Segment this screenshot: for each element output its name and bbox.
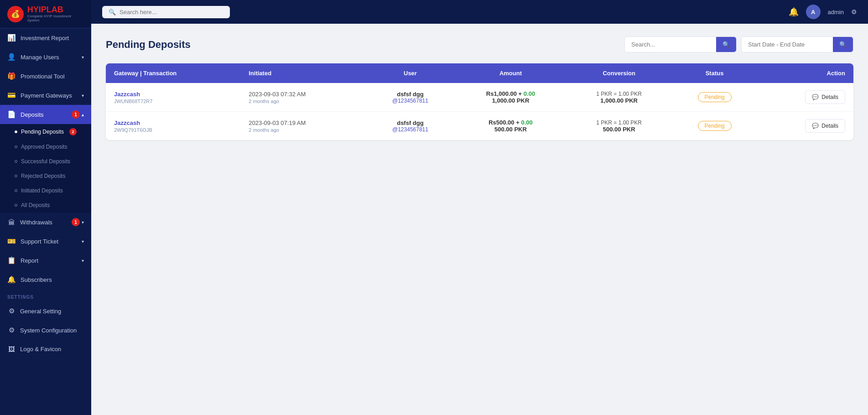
page-header: Pending Deposits 🔍 🔍 <box>106 36 853 52</box>
sidebar-item-deposits[interactable]: 📄 Deposits 1 ▴ <box>0 105 91 124</box>
sidebar-item-successful-deposits[interactable]: Successful Deposits <box>0 154 91 169</box>
withdrawals-badge: 1 <box>72 218 80 226</box>
rejected-deposits-label: Rejected Deposits <box>21 173 65 179</box>
details-button-1[interactable]: 💬 Details <box>805 90 845 104</box>
col-gateway-transaction: Gateway | Transaction <box>106 63 240 83</box>
amount-main-2: Rs500.00 + 0.00 <box>463 119 558 126</box>
date-filter-button[interactable]: 🔍 <box>833 37 853 52</box>
date-range-input[interactable] <box>742 37 833 52</box>
gear-icon-sidebar: ⚙ <box>7 307 16 315</box>
nav-label-support-ticket: Support Ticket <box>21 238 58 245</box>
sidebar-item-logo-favicon[interactable]: 🖼 Logo & Favicon <box>0 340 91 358</box>
deposits-table-container: Gateway | Transaction Initiated User Amo… <box>106 63 853 140</box>
message-icon: 💬 <box>812 94 819 100</box>
nav-label-logo-favicon: Logo & Favicon <box>20 346 61 353</box>
user-name-2: dsfsf dgg <box>374 119 447 126</box>
sidebar-item-payment-gateways[interactable]: 💳 Payment Gateways ▾ <box>0 86 91 105</box>
sidebar-item-support-ticket[interactable]: 🎫 Support Ticket ▾ <box>0 232 91 251</box>
nav-label-manage-users: Manage Users <box>21 54 59 61</box>
cell-initiated-1: 2023-09-03 07:32 AM 2 months ago <box>240 83 365 112</box>
main-nav: 📊 Investment Report 👤 Manage Users ▾ 🎁 P… <box>0 28 91 358</box>
main-area: 🔍 🔔 A admin ⚙ Pending Deposits 🔍 🔍 <box>91 0 868 415</box>
sidebar-item-manage-users[interactable]: 👤 Manage Users ▾ <box>0 47 91 67</box>
search-filter-button[interactable]: 🔍 <box>716 37 736 52</box>
cell-user-1: dsfsf dgg @1234567811 <box>366 83 455 112</box>
cell-conversion-2: 1 PKR = 1.00 PKR 500.00 PKR <box>567 112 672 140</box>
user-icon: 👤 <box>7 53 16 61</box>
search-box[interactable]: 🔍 <box>102 6 230 18</box>
gateway-name-1[interactable]: Jazzcash <box>114 91 232 98</box>
sidebar-item-report[interactable]: 📋 Report ▾ <box>0 251 91 270</box>
amount-zero-2: 0.00 <box>521 119 532 126</box>
date-filter: 🔍 <box>741 36 853 52</box>
gateway-name-2[interactable]: Jazzcash <box>114 119 232 126</box>
image-icon: 🖼 <box>7 345 16 353</box>
topbar: 🔍 🔔 A admin ⚙ <box>91 0 868 24</box>
sidebar-item-investment-report[interactable]: 📊 Investment Report <box>0 28 91 47</box>
report-icon: 📋 <box>7 256 16 265</box>
logo-text: HYIPLAB <box>27 5 84 15</box>
col-amount: Amount <box>455 63 566 83</box>
nav-label-system-configuration: System Configuration <box>20 327 77 334</box>
transaction-id-2: 2W9Q791T6OJB <box>114 127 232 133</box>
logo-sub: Complete HYIP Investment System <box>27 15 84 23</box>
table-search-input[interactable] <box>625 37 716 52</box>
search-icon: 🔍 <box>109 9 116 16</box>
table-row: Jazzcash JWUNB68T72R7 2023-09-03 07:32 A… <box>106 83 853 112</box>
cell-action-1: 💬 Details <box>757 83 853 112</box>
sidebar-item-promotional-tool[interactable]: 🎁 Promotional Tool <box>0 67 91 86</box>
status-badge-1: Pending <box>698 92 732 102</box>
transaction-id-1: JWUNB68T72R7 <box>114 99 232 104</box>
chevron-down-icon-4: ▾ <box>82 239 84 244</box>
sidebar-item-initiated-deposits[interactable]: Initiated Deposits <box>0 183 91 198</box>
table-header: Gateway | Transaction Initiated User Amo… <box>106 63 853 83</box>
table-row: Jazzcash 2W9Q791T6OJB 2023-09-03 07:19 A… <box>106 112 853 140</box>
sidebar-item-pending-deposits[interactable]: Pending Deposits 2 <box>0 124 91 140</box>
cell-status-1: Pending <box>672 83 757 112</box>
search-input[interactable] <box>120 9 223 16</box>
nav-label-withdrawals: Withdrawals <box>20 219 52 226</box>
status-badge-2: Pending <box>698 121 732 131</box>
details-button-2[interactable]: 💬 Details <box>805 119 845 133</box>
conversion-rate-1: 1 PKR = 1.00 PKR <box>575 91 664 97</box>
pending-deposits-label: Pending Deposits <box>21 129 64 135</box>
deposits-badge: 1 <box>72 110 80 119</box>
gift-icon: 🎁 <box>7 72 16 80</box>
sidebar-item-all-deposits[interactable]: All Deposits <box>0 198 91 213</box>
chevron-down-icon: ▾ <box>82 55 84 60</box>
notification-bell-icon[interactable]: 🔔 <box>789 7 799 17</box>
amount-pkr-1: 1,000.00 PKR <box>463 97 558 104</box>
user-handle-2[interactable]: @1234567811 <box>374 126 447 133</box>
nav-label-deposits: Deposits <box>21 111 44 118</box>
user-handle-1[interactable]: @1234567811 <box>374 98 447 104</box>
cell-gateway-1: Jazzcash JWUNB68T72R7 <box>106 83 240 112</box>
table-body: Jazzcash JWUNB68T72R7 2023-09-03 07:32 A… <box>106 83 853 140</box>
bell-icon: 🔔 <box>7 275 16 284</box>
amount-zero-1: 0.00 <box>524 90 535 97</box>
conversion-rate-2: 1 PKR = 1.00 PKR <box>575 119 664 126</box>
sidebar-item-system-configuration[interactable]: ⚙ System Configuration <box>0 321 91 340</box>
sidebar-item-subscribers[interactable]: 🔔 Subscribers <box>0 270 91 289</box>
sidebar: 💰 HYIPLAB Complete HYIP Investment Syste… <box>0 0 91 415</box>
cell-conversion-1: 1 PKR = 1.00 PKR 1,000.00 PKR <box>567 83 672 112</box>
initiated-date-2: 2023-09-03 07:19 AM <box>249 119 357 126</box>
sidebar-item-rejected-deposits[interactable]: Rejected Deposits <box>0 169 91 183</box>
nav-label-investment-report: Investment Report <box>21 35 69 42</box>
admin-gear-icon[interactable]: ⚙ <box>851 8 857 16</box>
sidebar-item-withdrawals[interactable]: 🏛 Withdrawals 1 ▾ <box>0 213 91 232</box>
bank-icon: 🏛 <box>7 218 16 226</box>
dot-icon <box>15 130 17 133</box>
sidebar-item-general-setting[interactable]: ⚙ General Setting <box>0 301 91 321</box>
amount-rs-2: Rs500.00 + <box>489 119 520 126</box>
amount-pkr-2: 500.00 PKR <box>463 126 558 133</box>
cell-gateway-2: Jazzcash 2W9Q791T6OJB <box>106 112 240 140</box>
deposits-submenu: Pending Deposits 2 Approved Deposits Suc… <box>0 124 91 213</box>
document-icon: 📄 <box>7 110 16 119</box>
card-icon: 💳 <box>7 91 16 99</box>
sidebar-item-approved-deposits[interactable]: Approved Deposits <box>0 140 91 154</box>
message-icon-2: 💬 <box>812 123 819 129</box>
conversion-total-2: 500.00 PKR <box>575 126 664 133</box>
admin-name: admin <box>828 9 844 16</box>
dot-icon-5 <box>15 189 17 192</box>
nav-label-report: Report <box>21 257 38 264</box>
